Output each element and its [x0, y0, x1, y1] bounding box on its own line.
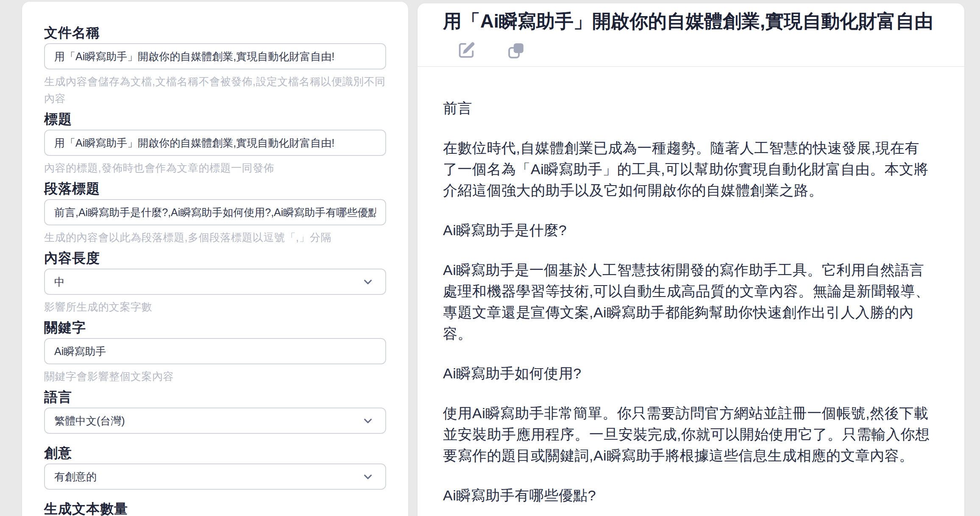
article-paragraph: Ai瞬寫助手是一個基於人工智慧技術開發的寫作助手工具。它利用自然語言處理和機器學…	[443, 259, 930, 344]
article-paragraph: 前言	[443, 97, 930, 119]
chevron-down-icon	[362, 275, 374, 288]
title-helper: 內容的標題,發佈時也會作為文章的標題一同發佈	[44, 159, 386, 176]
title-label: 標題	[44, 112, 386, 126]
article-title: 用「Ai瞬寫助手」開啟你的自媒體創業,實現自動化財富自由	[443, 10, 964, 32]
article-paragraph: 使用Ai瞬寫助手非常簡單。你只需要訪問官方網站並註冊一個帳號,然後下載並安裝助手…	[443, 402, 930, 466]
generator-form-panel: 文件名稱 生成內容會儲存為文檔,文檔名稱不會被發佈,設定文檔名稱以便識別不同內容…	[22, 2, 408, 516]
language-label: 語言	[44, 390, 386, 404]
paragraph-titles-input[interactable]	[44, 199, 386, 225]
field-document-name: 文件名稱 生成內容會儲存為文檔,文檔名稱不會被發佈,設定文檔名稱以便識別不同內容	[44, 25, 386, 107]
language-select[interactable]: 繁體中文(台灣)	[44, 408, 386, 434]
copy-icon[interactable]	[507, 41, 526, 60]
field-content-length: 內容長度 中 影響所生成的文案字數	[44, 251, 386, 315]
keywords-input[interactable]	[44, 338, 386, 364]
content-length-select[interactable]: 中	[44, 269, 386, 295]
chevron-down-icon	[362, 470, 374, 483]
creativity-label: 創意	[44, 446, 386, 460]
paragraph-titles-helper: 生成的內容會以此為段落標題,多個段落標題以逗號「,」分隔	[44, 229, 386, 246]
article-actions	[443, 41, 964, 60]
content-length-helper: 影響所生成的文案字數	[44, 298, 386, 315]
article-paragraph: Ai瞬寫助手有哪些優點?	[443, 485, 930, 506]
creativity-select[interactable]: 有創意的	[44, 463, 386, 490]
document-name-helper: 生成內容會儲存為文檔,文檔名稱不會被發佈,設定文檔名稱以便識別不同內容	[44, 73, 386, 107]
article-paragraph: Ai瞬寫助手如何使用?	[443, 363, 930, 384]
keywords-label: 關鍵字	[44, 320, 386, 335]
content-length-label: 內容長度	[44, 251, 386, 265]
document-name-input[interactable]	[44, 43, 386, 69]
article-header: 用「Ai瞬寫助手」開啟你的自媒體創業,實現自動化財富自由	[418, 3, 964, 67]
title-input[interactable]	[44, 130, 386, 156]
article-preview-panel: 用「Ai瞬寫助手」開啟你的自媒體創業,實現自動化財富自由 前言 在數位時代,自媒…	[418, 3, 964, 516]
keywords-helper: 關鍵字會影響整個文案內容	[44, 368, 386, 385]
creativity-value: 有創意的	[54, 470, 97, 484]
paragraph-titles-label: 段落標題	[44, 181, 386, 196]
edit-icon[interactable]	[457, 41, 476, 60]
field-paragraph-titles: 段落標題 生成的內容會以此為段落標題,多個段落標題以逗號「,」分隔	[44, 181, 386, 246]
field-title: 標題 內容的標題,發佈時也會作為文章的標題一同發佈	[44, 112, 386, 176]
article-body: 前言 在數位時代,自媒體創業已成為一種趨勢。隨著人工智慧的快速發展,現在有了一個…	[418, 67, 964, 516]
content-length-value: 中	[54, 275, 65, 289]
language-value: 繁體中文(台灣)	[54, 414, 125, 428]
field-creativity: 創意 有創意的	[44, 446, 386, 490]
document-name-label: 文件名稱	[44, 25, 386, 40]
article-paragraph: Ai瞬寫助手是什麼?	[443, 219, 930, 241]
field-text-count: 生成文本數量	[44, 502, 386, 516]
chevron-down-icon	[362, 414, 374, 427]
field-language: 語言 繁體中文(台灣)	[44, 390, 386, 434]
article-paragraph: 在數位時代,自媒體創業已成為一種趨勢。隨著人工智慧的快速發展,現在有了一個名為「…	[443, 137, 930, 201]
field-keywords: 關鍵字 關鍵字會影響整個文案內容	[44, 320, 386, 385]
text-count-label: 生成文本數量	[44, 502, 386, 516]
